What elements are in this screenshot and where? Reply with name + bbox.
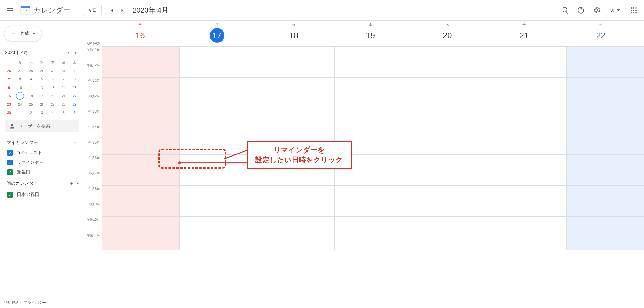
mini-day[interactable]: 12 (38, 84, 46, 91)
top-bar: 17 カレンダー 今日 2023年 4月 週 (0, 0, 644, 21)
checkbox-icon[interactable]: ✓ (7, 192, 13, 198)
mini-day[interactable]: 4 (49, 109, 57, 117)
calendar-item[interactable]: ✓誕生日 (3, 167, 81, 177)
calendar-item[interactable]: ✓リマインダー (3, 158, 81, 167)
add-calendar-button[interactable] (68, 180, 75, 187)
mini-day[interactable]: 17 (16, 92, 24, 100)
time-grid[interactable]: 午前11時午後12時午後1時午後2時午後3時午後4時午後5時午後6時午後7時午後… (82, 46, 644, 308)
day-header[interactable]: 火18 (255, 21, 332, 46)
day-header[interactable]: 土22 (563, 21, 639, 46)
mini-day[interactable]: 25 (27, 100, 35, 108)
mini-day[interactable]: 30 (5, 109, 13, 117)
mini-day[interactable]: 16 (5, 92, 13, 100)
prev-week-button[interactable] (107, 5, 117, 15)
create-button[interactable]: ＋ 作成 (4, 26, 42, 41)
mini-day[interactable]: 6 (49, 75, 57, 83)
mini-day[interactable]: 13 (49, 84, 57, 91)
mini-day[interactable]: 2 (27, 109, 35, 117)
search-people-input[interactable]: ユーザーを検索 (5, 120, 79, 132)
day-header[interactable]: 月17 (178, 21, 255, 46)
chevron-down-icon (33, 33, 36, 34)
mini-day[interactable]: 29 (38, 67, 46, 75)
mini-day[interactable]: 7 (60, 75, 68, 83)
search-icon[interactable] (558, 3, 573, 18)
mini-day[interactable]: 1 (71, 67, 79, 75)
view-selector[interactable]: 週 (607, 5, 623, 16)
other-calendars-toggle[interactable]: 他のカレンダー (3, 177, 81, 190)
mini-day[interactable]: 21 (60, 92, 68, 100)
day-column[interactable] (566, 46, 644, 250)
calendar-item[interactable]: ✓日本の祝日 (3, 190, 81, 200)
footer-links[interactable]: 利用規約 – プライバシー (4, 300, 47, 305)
checkbox-icon[interactable]: ✓ (7, 169, 13, 175)
mini-day[interactable]: 31 (60, 67, 68, 75)
mini-calendar[interactable]: 日月火水木金土262728293031123456789101112131415… (4, 59, 80, 117)
mini-day[interactable]: 1 (16, 109, 24, 117)
calendar-item[interactable]: ✓ToDo リスト (3, 148, 81, 158)
day-of-week: 木 (445, 23, 449, 27)
mini-day[interactable]: 5 (60, 109, 68, 117)
mini-day[interactable]: 24 (16, 100, 24, 108)
day-header[interactable]: 日16 (102, 21, 178, 46)
mini-day[interactable]: 10 (16, 84, 24, 91)
next-week-button[interactable] (117, 5, 128, 15)
day-of-week: 日 (138, 23, 142, 27)
mini-prev-button[interactable] (64, 49, 72, 57)
hour-label: 午後8時 (82, 187, 102, 202)
day-header[interactable]: 金21 (486, 21, 562, 46)
mini-day[interactable]: 11 (27, 84, 35, 91)
mini-next-button[interactable] (72, 49, 80, 57)
mini-day[interactable]: 26 (5, 67, 13, 75)
settings-icon[interactable] (589, 3, 604, 18)
calendar-label: リマインダー (17, 160, 44, 165)
plus-icon: ＋ (9, 29, 17, 38)
day-header[interactable]: 木20 (409, 21, 486, 46)
mini-day[interactable]: 29 (71, 100, 79, 108)
day-number: 21 (516, 28, 531, 43)
mini-day[interactable]: 8 (71, 75, 79, 83)
mini-day[interactable]: 26 (38, 100, 46, 108)
mini-day[interactable]: 28 (27, 67, 35, 75)
mini-day[interactable]: 22 (71, 92, 79, 100)
mini-day[interactable]: 9 (5, 84, 13, 91)
mini-day[interactable]: 18 (27, 92, 35, 100)
mini-day[interactable]: 28 (60, 100, 68, 108)
mini-day[interactable]: 30 (49, 67, 57, 75)
mini-day[interactable]: 27 (49, 100, 57, 108)
app-logo: 17 カレンダー (19, 5, 70, 16)
help-icon[interactable] (573, 3, 589, 18)
mini-day[interactable]: 23 (5, 100, 13, 108)
hour-label: 午後11時 (82, 233, 102, 248)
day-header[interactable]: 水19 (332, 21, 409, 46)
mini-day[interactable]: 3 (16, 75, 24, 83)
day-of-week: 水 (369, 23, 372, 27)
mini-day[interactable]: 6 (71, 109, 79, 117)
mini-day[interactable]: 14 (60, 84, 68, 91)
hour-label: 午前11時 (82, 48, 102, 63)
svg-point-9 (631, 12, 632, 13)
day-column[interactable] (489, 46, 567, 250)
chevron-up-icon (75, 181, 80, 186)
day-column[interactable] (412, 46, 489, 250)
mini-day[interactable]: 15 (71, 84, 79, 91)
mini-day[interactable]: 4 (27, 75, 35, 83)
my-calendars-toggle[interactable]: マイカレンダー (3, 137, 81, 148)
day-of-week: 火 (292, 23, 296, 27)
mini-day[interactable]: 2 (5, 75, 13, 83)
today-button[interactable]: 今日 (83, 5, 102, 16)
apps-icon[interactable] (626, 3, 641, 18)
mini-day[interactable]: 19 (38, 92, 46, 100)
svg-point-11 (635, 12, 637, 13)
mini-day[interactable]: 20 (49, 92, 57, 100)
mini-day[interactable]: 27 (16, 67, 24, 75)
svg-point-3 (631, 7, 632, 9)
checkbox-icon[interactable]: ✓ (7, 160, 13, 165)
mini-dow: 金 (60, 59, 68, 66)
mini-day[interactable]: 5 (38, 75, 46, 83)
menu-icon[interactable] (3, 3, 18, 18)
checkbox-icon[interactable]: ✓ (7, 150, 13, 156)
mini-day[interactable]: 3 (38, 109, 46, 117)
day-column[interactable] (102, 46, 179, 250)
create-label: 作成 (20, 31, 29, 36)
day-number: 17 (210, 28, 224, 43)
